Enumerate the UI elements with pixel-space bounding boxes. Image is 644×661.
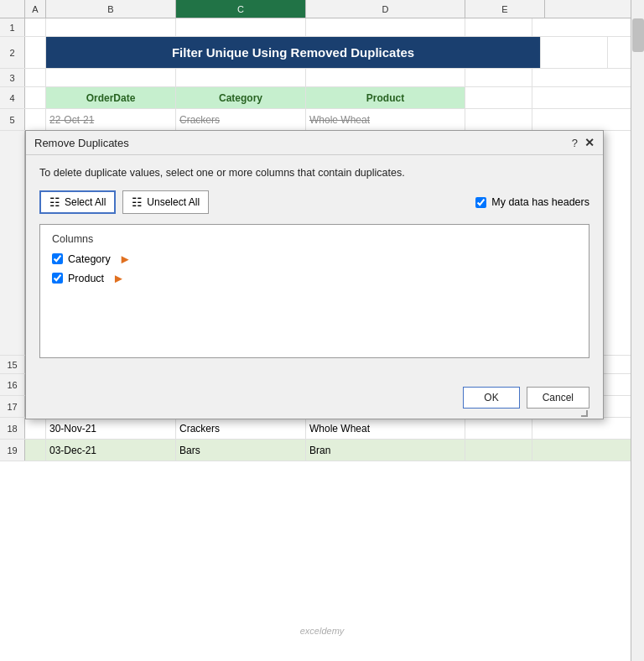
col-category-header: Category [176,87,306,108]
cell-product: Bran [306,440,465,461]
dialog-body: To delete duplicate values, select one o… [26,155,603,382]
cancel-button[interactable]: Cancel [527,387,589,409]
corner-header [0,0,25,18]
col-header-c: C [176,0,306,18]
table-row: 18 30-Nov-21 Crackers Whole Wheat [0,418,644,440]
category-checkbox[interactable] [52,253,63,264]
help-button[interactable]: ? [572,137,578,149]
cell-category: Crackers [176,418,306,439]
col-header-e: E [465,0,545,18]
watermark-text: exceldemy [300,626,345,636]
remove-duplicates-dialog: Remove Duplicates ? ✕ To delete duplicat… [25,130,604,419]
select-all-label: Select All [65,196,106,208]
cell[interactable] [465,87,532,108]
cell[interactable] [541,37,608,68]
cell[interactable] [465,440,532,461]
cell[interactable] [465,18,532,36]
cell-category: Crackers [176,109,306,130]
watermark: exceldemy [300,626,345,636]
col-header-a: A [25,0,46,18]
dialog-title: Remove Duplicates [34,137,129,149]
dialog-description: To delete duplicate values, select one o… [39,167,589,179]
row-num: 3 [0,69,25,86]
product-label: Product [68,273,104,284]
unselect-all-button[interactable]: ☷ Unselect All [122,190,209,214]
category-arrow-icon: ► [119,252,132,266]
cell[interactable] [25,87,46,108]
dialog-buttons-row: ☷ Select All ☷ Unselect All My data has … [39,190,589,214]
my-data-headers-label: My data has headers [491,196,589,208]
row-num: 4 [0,87,25,108]
col-headers: A B C D E [0,0,644,18]
my-data-headers-checkbox[interactable] [475,197,486,208]
row-num: 16 [0,374,25,395]
product-arrow-icon: ► [112,271,125,285]
cell[interactable] [46,18,176,36]
cell[interactable] [465,69,532,86]
cell[interactable] [46,69,176,86]
row-num: 5 [0,109,25,130]
scrollbar[interactable] [631,0,644,661]
cell[interactable] [306,69,465,86]
table-row: 1 [0,18,644,37]
cell[interactable] [25,69,46,86]
unselect-all-icon: ☷ [132,195,143,209]
col-header-b: B [46,0,176,18]
close-button[interactable]: ✕ [584,136,595,149]
product-checkbox[interactable] [52,273,63,284]
col-header-d: D [306,0,465,18]
resize-handle[interactable] [581,410,588,417]
cell-orderdate: 03-Dec-21 [46,440,176,461]
cell-category: Bars [176,440,306,461]
cell[interactable] [306,18,465,36]
column-item-category: Category ► [52,252,577,266]
col-orderdate-header: OrderDate [46,87,176,108]
title-row: 2 Filter Unique Using Removed Duplicates [0,37,644,69]
button-group: ☷ Select All ☷ Unselect All [39,190,209,214]
cell[interactable] [25,440,46,461]
category-label: Category [68,253,111,265]
spreadsheet-title: Filter Unique Using Removed Duplicates [46,37,541,68]
header-row: 4 OrderDate Category Product [0,87,644,109]
table-row: 5 22-Oct-21 Crackers Whole Wheat [0,109,644,131]
scrollbar-thumb[interactable] [632,18,644,52]
row-num: 1 [0,18,25,36]
row-num: 17 [0,396,25,417]
cell[interactable] [465,109,532,130]
columns-label: Columns [52,233,577,245]
row-num: 18 [0,418,25,439]
dialog-footer: OK Cancel [26,382,603,419]
cell-orderdate: 22-Oct-21 [46,109,176,130]
column-item-product: Product ► [52,271,577,285]
cell[interactable] [25,109,46,130]
cell[interactable] [176,18,306,36]
my-data-headers-row: My data has headers [475,196,589,208]
cell-orderdate: 30-Nov-21 [46,418,176,439]
columns-box: Columns Category ► Product ► [39,224,589,358]
dialog-titlebar: Remove Duplicates ? ✕ [26,131,603,155]
ok-button[interactable]: OK [463,387,519,409]
cell-product: Whole Wheat [306,109,465,130]
select-all-button[interactable]: ☷ Select All [39,190,116,214]
table-row: 3 [0,69,644,87]
cell[interactable] [25,418,46,439]
table-row: 19 03-Dec-21 Bars Bran [0,440,644,461]
row-num: 2 [0,37,25,68]
cell-product: Whole Wheat [306,418,465,439]
row-num: 19 [0,440,25,461]
cell[interactable] [25,18,46,36]
row-num: 15 [0,356,25,373]
unselect-all-label: Unselect All [147,196,200,208]
cell[interactable] [465,418,532,439]
cell[interactable] [176,69,306,86]
col-product-header: Product [306,87,465,108]
row-num [0,131,25,355]
dialog-controls: ? ✕ [572,136,595,149]
select-all-icon: ☷ [49,195,60,209]
cell[interactable] [25,37,46,68]
